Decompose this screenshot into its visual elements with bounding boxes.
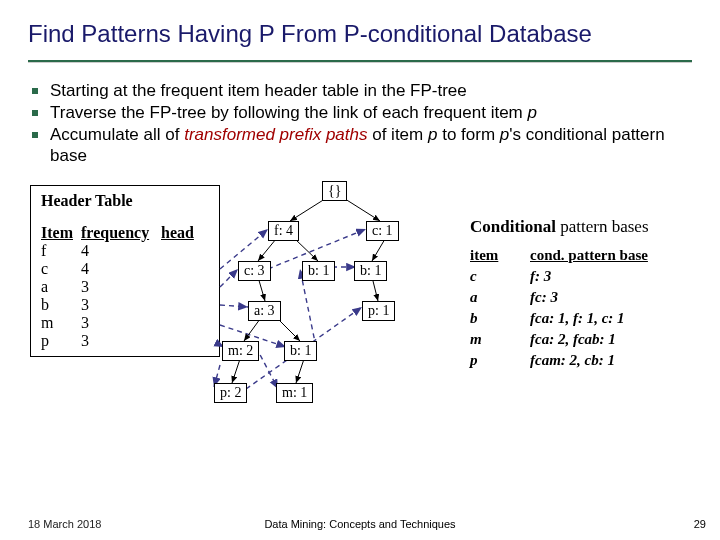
cell: 3 xyxy=(81,278,161,296)
cpb-title: Conditional pattern bases xyxy=(470,217,700,237)
bullet-3-a: Accumulate all of xyxy=(50,125,184,144)
cell: a xyxy=(470,289,530,306)
cpb-columns: item cond. pattern base xyxy=(470,247,700,264)
svg-line-8 xyxy=(278,319,300,341)
cell: b xyxy=(41,296,81,314)
diagram-area: Header Table Item frequency head f4 c4 a… xyxy=(0,167,720,487)
bullet-2: Traverse the FP-tree by following the li… xyxy=(50,102,690,124)
svg-line-9 xyxy=(232,359,240,383)
table-row: f4 xyxy=(41,242,209,260)
cell: p xyxy=(470,352,530,369)
fp-tree: {} f: 4 c: 1 c: 3 b: 1 b: 1 a: 3 p: 1 m:… xyxy=(210,177,470,447)
cell: fcam: 2, cb: 1 xyxy=(530,352,615,369)
table-row: pfcam: 2, cb: 1 xyxy=(470,352,700,369)
cell: fc: 3 xyxy=(530,289,558,306)
footer-page-number: 29 xyxy=(694,518,706,530)
cell: 3 xyxy=(81,314,161,332)
node-b1a: b: 1 xyxy=(302,261,335,281)
node-a3: a: 3 xyxy=(248,301,281,321)
node-p1: p: 1 xyxy=(362,301,395,321)
cell: fca: 1, f: 1, c: 1 xyxy=(530,310,625,327)
cell: c xyxy=(41,260,81,278)
cell: b xyxy=(470,310,530,327)
node-m1: m: 1 xyxy=(276,383,313,403)
bullet-3-b: of item xyxy=(368,125,428,144)
bullet-2-text: Traverse the FP-tree by following the li… xyxy=(50,103,528,122)
bullet-3: Accumulate all of transformed prefix pat… xyxy=(50,124,690,168)
cell: f xyxy=(41,242,81,260)
svg-line-4 xyxy=(372,239,385,261)
svg-line-2 xyxy=(258,239,276,261)
bullet-3-emph: transformed prefix paths xyxy=(184,125,367,144)
footer-title: Data Mining: Concepts and Techniques xyxy=(0,518,720,530)
cell: fca: 2, fcab: 1 xyxy=(530,331,616,348)
conditional-pattern-bases: Conditional pattern bases item cond. pat… xyxy=(470,217,700,373)
cell: 3 xyxy=(81,296,161,314)
slide-title: Find Patterns Having P From P-conditiona… xyxy=(0,0,720,58)
header-table-columns: Item frequency head xyxy=(41,224,209,242)
table-row: afc: 3 xyxy=(470,289,700,306)
svg-line-10 xyxy=(296,359,304,383)
col-head: head xyxy=(161,224,194,242)
title-underline xyxy=(28,60,692,62)
cell: f: 3 xyxy=(530,268,551,285)
svg-line-1 xyxy=(342,197,380,221)
cpb-title-rest: pattern bases xyxy=(556,217,649,236)
header-table: Header Table Item frequency head f4 c4 a… xyxy=(30,185,220,357)
node-b1b: b: 1 xyxy=(354,261,387,281)
cpb-title-bold: Conditional xyxy=(470,217,556,236)
cpb-col-base: cond. pattern base xyxy=(530,247,648,264)
node-f4: f: 4 xyxy=(268,221,299,241)
cpb-col-item: item xyxy=(470,247,530,264)
cell: a xyxy=(41,278,81,296)
bullet-1: Starting at the frequent item header tab… xyxy=(50,80,690,102)
cell: 3 xyxy=(81,332,161,350)
cell: 4 xyxy=(81,242,161,260)
table-row: a3 xyxy=(41,278,209,296)
node-c1: c: 1 xyxy=(366,221,399,241)
table-row: bfca: 1, f: 1, c: 1 xyxy=(470,310,700,327)
bullet-list: Starting at the frequent item header tab… xyxy=(0,70,720,167)
bullet-2-var-p: p xyxy=(528,103,537,122)
table-row: m3 xyxy=(41,314,209,332)
node-p2: p: 2 xyxy=(214,383,247,403)
node-m2: m: 2 xyxy=(222,341,259,361)
cell: p xyxy=(41,332,81,350)
cell: m xyxy=(470,331,530,348)
cell: c xyxy=(470,268,530,285)
table-row: p3 xyxy=(41,332,209,350)
table-row: b3 xyxy=(41,296,209,314)
table-row: cf: 3 xyxy=(470,268,700,285)
col-frequency: frequency xyxy=(81,224,161,242)
bullet-3-p2: p xyxy=(500,125,509,144)
svg-line-7 xyxy=(244,319,260,341)
table-row: mfca: 2, fcab: 1 xyxy=(470,331,700,348)
table-row: c4 xyxy=(41,260,209,278)
svg-line-3 xyxy=(295,239,318,261)
bullet-3-c: to form xyxy=(437,125,499,144)
cell: m xyxy=(41,314,81,332)
node-c3: c: 3 xyxy=(238,261,271,281)
cell: 4 xyxy=(81,260,161,278)
node-b1c: b: 1 xyxy=(284,341,317,361)
node-root: {} xyxy=(322,181,347,201)
col-item: Item xyxy=(41,224,81,242)
header-table-title: Header Table xyxy=(41,192,209,210)
